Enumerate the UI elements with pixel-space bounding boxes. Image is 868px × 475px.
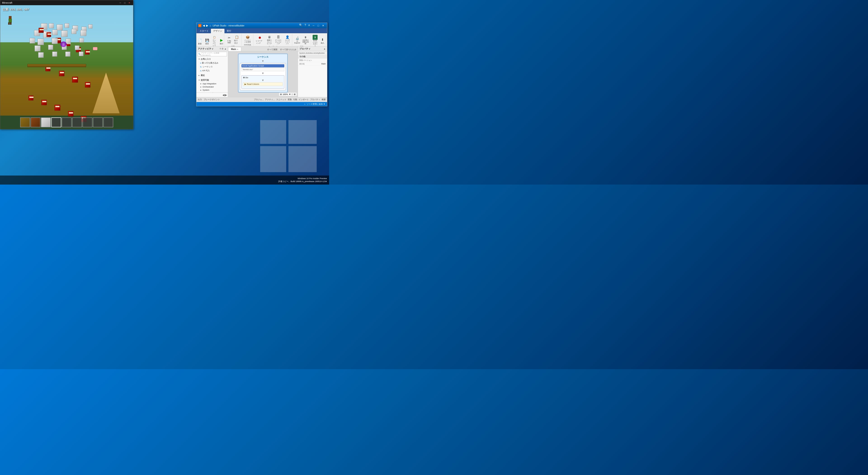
studio-minimize-button[interactable]: ─ [311, 24, 316, 28]
orchestrator-item[interactable]: ► Orchestrator [196, 85, 228, 88]
recent-header[interactable]: ► 最近 [196, 73, 228, 77]
canvas-tab-close-icon[interactable]: × [237, 48, 238, 51]
tab-execute[interactable]: 実行 [224, 29, 234, 33]
template-icon: 📋 [212, 35, 217, 39]
ribbon-buttons-export: X Excelにエクスポート ⬇ 挿入 [311, 34, 326, 48]
output-tab[interactable]: 出力 [198, 98, 202, 101]
excel-icon: X [313, 35, 318, 40]
system-item[interactable]: ► System [196, 88, 228, 92]
impl-version-label: 実装バージョン [299, 59, 326, 61]
after-read-col-partial: ... [243, 86, 283, 88]
minecraft-close-button[interactable]: ✕ [127, 1, 131, 4]
properties-row-display-name: 表示名 Main [298, 62, 327, 66]
sequence-icon: ↻ [200, 66, 202, 68]
search-icon: 🔍 [198, 53, 201, 55]
svg-rect-1 [288, 120, 317, 144]
ui-explorer-button[interactable]: 🔬 UI Explorer [293, 35, 301, 44]
recording-button[interactable]: ⏺ レコーディング [255, 35, 265, 45]
datascraping-button[interactable]: 🗄 データスクレイピング [274, 34, 283, 45]
imports-tab[interactable]: インポート [299, 98, 309, 101]
save-icon: 💾 [205, 38, 209, 42]
taskbar-os-info: Windows 10 Pro Insider Preview 評価コピー。Bui… [278, 177, 327, 183]
write-row-icon: ≡ [200, 62, 201, 64]
studio-back-button[interactable]: ◀ [203, 24, 205, 27]
unused-vars-button[interactable]: 🗑 未使用の変数を削除 [301, 34, 310, 45]
studio-close-button[interactable]: ✕ [321, 24, 325, 28]
outline-tab[interactable]: 概要 [322, 98, 326, 101]
activity-search[interactable]: 🔍 アクティビティを検索 (Ctrl+Alt+F) [197, 52, 227, 56]
properties-header: プロパティ ▲ [298, 47, 327, 51]
properties-expand-icon[interactable]: ▲ [323, 48, 326, 50]
zoom-level: 100% [283, 93, 288, 95]
sequence-box: シーケンス ▼ Excel Application Scope "itemlis… [238, 54, 288, 92]
studio-forward-button[interactable]: ▶ [206, 24, 208, 27]
source-control-button[interactable]: ＋ ソース管理に追加 ▼ [304, 103, 325, 106]
canvas-tab-bar: Main × すべて展開 すべて折りたたみ [228, 47, 298, 51]
snippets-tab[interactable]: スニペット [276, 98, 286, 101]
insert-button[interactable]: ⬇ 挿入 [319, 37, 326, 45]
available-header[interactable]: ▼ 使用可能 [196, 78, 228, 82]
activities-tab[interactable]: アクティ... [265, 98, 275, 101]
studio-home-button[interactable]: ⌂ [210, 24, 211, 27]
activity-expand-icon[interactable]: ▲ [224, 48, 226, 50]
studio-help-icon[interactable]: ? [304, 24, 307, 28]
new-button[interactable]: 📄 新規 [196, 37, 203, 46]
user-events-button[interactable]: 👤 ユーザーイベント [283, 34, 291, 45]
sequence-title: シーケンス [240, 55, 286, 59]
orchestrator-arrow: ► [200, 86, 202, 88]
run-button[interactable]: ▶ 実行 [218, 37, 225, 46]
minecraft-position-hud: 位置: 223, 100, -387 [2, 7, 29, 11]
nav-next[interactable]: ▶ [225, 93, 227, 96]
variables-tab[interactable]: 変数 [288, 98, 292, 101]
activity-options-icon[interactable]: ⚙ [221, 48, 223, 50]
run-icon: ▶ [219, 38, 224, 42]
studio-expand-button[interactable]: ∧ [307, 24, 311, 28]
favorites-header[interactable]: ▼ お気に入り [196, 57, 228, 61]
do-block[interactable]: ⊕ Do ▼ ▶ Read Column ... [241, 75, 284, 89]
read-column-activity[interactable]: ▶ Read Column [243, 82, 283, 86]
tab-start[interactable]: スタート [197, 29, 211, 33]
properties-title: プロパティ [299, 47, 311, 51]
nav-prev[interactable]: ◀ [222, 93, 224, 96]
scissors-icon: ✂ [227, 35, 231, 40]
ribbon-group-export: X Excelにエクスポート ⬇ 挿入 エクスポート [311, 34, 326, 46]
excel-scope[interactable]: Excel Application Scope "itemlist.xlsx" … [240, 63, 286, 90]
excel-scope-arrow-down: ▼ [241, 72, 284, 75]
zoom-dropdown-icon[interactable]: ▼ [289, 93, 291, 95]
minecraft-maximize-button[interactable]: □ [123, 1, 127, 4]
studio-window: U ◀ ▶ ⌂ UiPath Studio - minecraftbuilder… [196, 23, 327, 106]
canvas-show-all[interactable]: すべて展開 [266, 48, 279, 51]
minecraft-minimize-button[interactable]: ─ [118, 1, 122, 4]
write-row-item[interactable]: ≡ 書 1 行を書き込み [196, 61, 228, 65]
substitute-icon: A [200, 70, 202, 72]
breakpoints-tab[interactable]: ブレークポイント [204, 98, 220, 101]
canvas-collapse-all[interactable]: すべて折りたたみ [279, 48, 298, 51]
canvas-tab-main[interactable]: Main × [228, 47, 241, 51]
zoom-fit-btn[interactable]: □ [292, 93, 293, 95]
ui-explorer-icon: 🔬 [295, 36, 300, 40]
fit-icon[interactable]: ⊞ [280, 93, 282, 95]
studio-maximize-button[interactable]: □ [316, 24, 320, 28]
favorites-arrow: ▼ [198, 58, 200, 60]
minecraft-titlebar: Minecraft ─ □ ✕ [0, 0, 133, 5]
substitute-item[interactable]: A A/# 代入 [196, 69, 228, 72]
paste-button[interactable]: 📋 貼り付け [233, 34, 240, 45]
projects-tab[interactable]: プロジェ... [254, 98, 264, 101]
properties-bottom-tab[interactable]: プロパティ [310, 98, 320, 101]
studio-main-area: アクティビティ 9 ⚙ ▲ 🔍 アクティビティを検索 (Ctrl+Alt+F) … [196, 47, 327, 97]
display-name-label: 表示名 [299, 63, 305, 65]
studio-search-icon[interactable]: 🔍 [298, 24, 303, 28]
arguments-tab[interactable]: 引数 [293, 98, 297, 101]
excel-export-button[interactable]: X Excelにエクスポート [311, 34, 319, 48]
screenshot-button[interactable]: 🖥 画面スクレイピング [266, 34, 273, 45]
tab-design[interactable]: デザイン [211, 29, 224, 33]
packages-button[interactable]: 📦 パッケージを管理 [243, 34, 252, 43]
app-integration-item[interactable]: ► App Integration [196, 82, 228, 85]
available-section: ▼ 使用可能 ► App Integration ► Orchestrator … [196, 78, 228, 92]
zoom-grid-btn[interactable]: ⊞ [294, 93, 296, 95]
save-button[interactable]: 💾 保存 [204, 37, 211, 46]
cut-copy-delete-button[interactable]: ✂ X Wy削除 [225, 35, 232, 44]
taskbar: Windows 10 Pro Insider Preview 評価コピー。Bui… [0, 176, 329, 184]
sequence-item[interactable]: ↻ シーケンス [196, 65, 228, 69]
activity-panel: アクティビティ 9 ⚙ ▲ 🔍 アクティビティを検索 (Ctrl+Alt+F) … [196, 47, 228, 97]
